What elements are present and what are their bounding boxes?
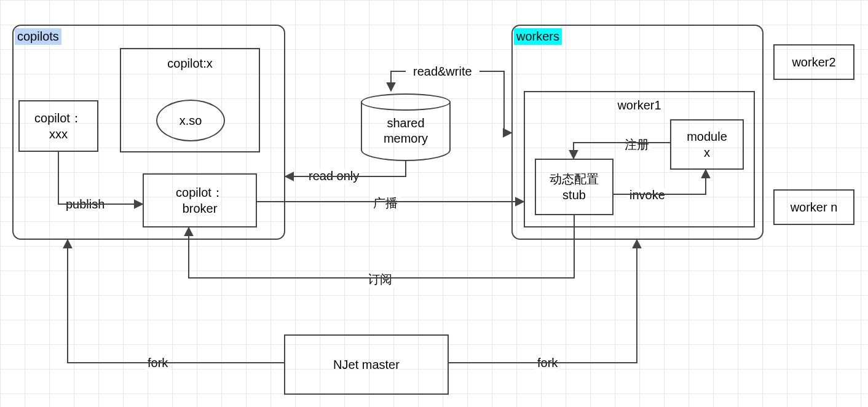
worker1-title: worker1 xyxy=(617,97,661,113)
edge-label-read-only: read only xyxy=(306,169,361,183)
edge-label-broadcast: 广播 xyxy=(371,195,400,211)
worker2: worker2 xyxy=(773,44,854,80)
edge-label-publish: publish xyxy=(63,197,107,211)
edge-label-read-write: read&write xyxy=(411,65,475,79)
copilot-xxx: copilot： xxx xyxy=(18,100,98,152)
dyn-stub: 动态配置 stub xyxy=(535,159,614,215)
x-so-label: x.so xyxy=(180,114,202,128)
shared-memory: shared memory xyxy=(361,93,451,161)
x-so-ellipse: x.so xyxy=(156,100,225,141)
worker-n: worker n xyxy=(773,189,854,225)
edge-label-fork-right: fork xyxy=(535,356,560,370)
workers-group-label: workers xyxy=(514,28,562,45)
edge-label-fork-left: fork xyxy=(145,356,170,370)
shared-memory-label: shared memory xyxy=(361,116,451,146)
edge-label-invoke: invoke xyxy=(627,188,668,202)
copilots-group-label: copilots xyxy=(15,28,61,45)
copilot-x-title: copilot:x xyxy=(167,55,212,71)
module-x: module x xyxy=(670,119,744,170)
copilot-broker: copilot： broker xyxy=(143,173,257,227)
njet-master: NJet master xyxy=(284,334,449,395)
edge-label-subscribe: 订阅 xyxy=(365,271,395,288)
edge-label-register: 注册 xyxy=(622,136,652,153)
